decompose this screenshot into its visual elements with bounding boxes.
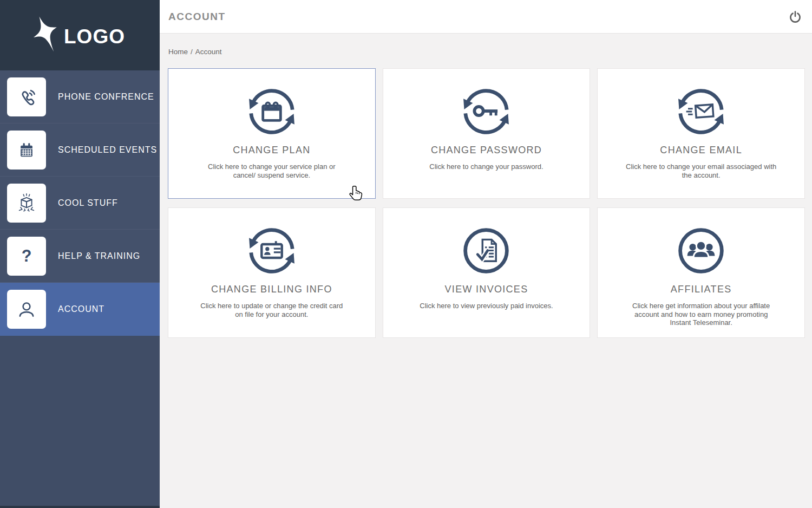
card-description: Click here get information about your af… (625, 302, 777, 327)
card-title: CHANGE PLAN (168, 145, 375, 156)
sidebar-item-label: HELP & TRAINING (58, 251, 140, 261)
sidebar-item-label: PHONE CONFRENCE (58, 92, 154, 102)
box-icon (7, 184, 46, 223)
sidebar-item-scheduled-events[interactable]: SCHEDULED EVENTS (0, 123, 160, 177)
card-title: CHANGE PASSWORD (383, 145, 590, 156)
content-area: Home/Account CHANGE PL (160, 34, 812, 508)
invoice-circle-icon (383, 225, 590, 277)
sidebar-item-label: ACCOUNT (58, 304, 104, 314)
person-icon (7, 290, 46, 329)
sync-idcard-icon (168, 225, 375, 277)
sidebar-item-help-training[interactable]: ? HELP & TRAINING (0, 230, 160, 283)
top-bar: ACCOUNT (160, 0, 812, 34)
power-icon[interactable] (788, 10, 802, 24)
main-area: ACCOUNT Home/Account (160, 0, 812, 508)
sidebar-item-cool-stuff[interactable]: COOL STUFF (0, 177, 160, 230)
sidebar-item-label: COOL STUFF (58, 198, 118, 208)
breadcrumb: Home/Account (160, 34, 812, 56)
card-change-password[interactable]: CHANGE PASSWORD Click here to change you… (383, 68, 591, 199)
svg-text:?: ? (22, 246, 32, 265)
question-icon: ? (7, 237, 46, 276)
card-view-invoices[interactable]: VIEW INVOICES Click here to view previou… (383, 207, 591, 338)
card-description: Click here to change your service plan o… (196, 162, 348, 179)
sidebar-item-account[interactable]: ACCOUNT (0, 283, 160, 336)
sync-calendar-icon (168, 86, 375, 138)
breadcrumb-current: Account (195, 48, 222, 56)
sync-email-icon (598, 86, 804, 138)
card-affiliates[interactable]: AFFILIATES Click here get information ab… (597, 207, 805, 338)
card-description: Click here to change your password. (410, 162, 562, 171)
card-change-billing[interactable]: CHANGE BILLING INFO Click here to update… (168, 207, 376, 338)
card-description: Click here to view previously paid invoi… (410, 302, 562, 310)
sidebar: LOGO PHONE CONFRENCE SCHE (0, 0, 160, 508)
breadcrumb-separator: / (191, 48, 193, 56)
card-title: AFFILIATES (598, 284, 804, 295)
card-title: CHANGE BILLING INFO (168, 284, 375, 295)
phone-icon (7, 77, 46, 116)
sidebar-item-label: SCHEDULED EVENTS (58, 145, 157, 155)
card-change-plan[interactable]: CHANGE PLAN Click here to change your se… (168, 68, 376, 199)
breadcrumb-home[interactable]: Home (168, 48, 188, 56)
card-title: VIEW INVOICES (383, 284, 590, 295)
sidebar-item-phone-conference[interactable]: PHONE CONFRENCE (0, 70, 160, 123)
page-title: ACCOUNT (168, 11, 788, 23)
card-title: CHANGE EMAIL (598, 145, 804, 156)
card-change-email[interactable]: CHANGE EMAIL Click here to change your e… (597, 68, 805, 199)
logo-text: LOGO (64, 25, 125, 48)
card-description: Click here to change your email associag… (625, 162, 777, 179)
card-description: Click here to update or change the credi… (196, 302, 348, 318)
people-circle-icon (598, 225, 804, 277)
sync-key-icon (383, 86, 590, 138)
logo: LOGO (0, 0, 160, 70)
calendar-icon (7, 131, 46, 170)
logo-star-icon (28, 11, 62, 59)
card-grid: CHANGE PLAN Click here to change your se… (168, 68, 805, 338)
